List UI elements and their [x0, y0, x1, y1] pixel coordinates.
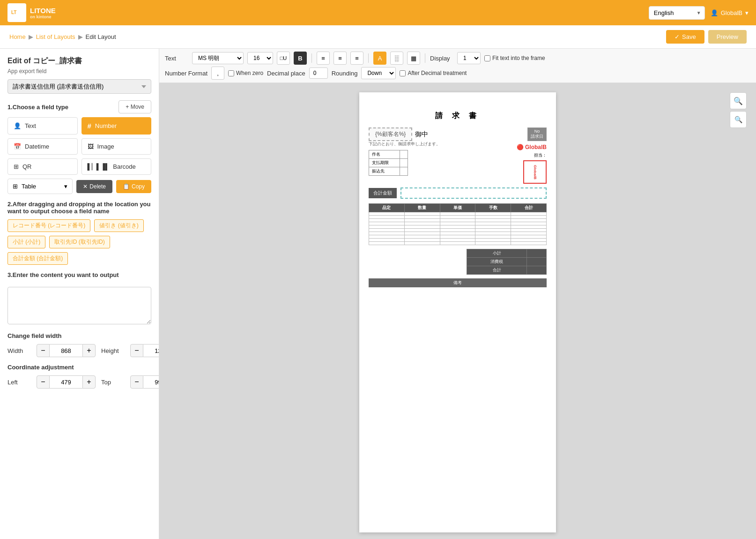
left-input[interactable]	[50, 375, 82, 389]
top-input-group: − +	[130, 375, 159, 389]
field-type-image[interactable]: 🖼 Image	[82, 138, 152, 155]
table-row	[369, 232, 547, 235]
logo-text: LITONE	[30, 7, 56, 15]
zoom-out-button[interactable]: 🔍	[730, 111, 747, 128]
section2-title: 2.After dragging and dropping at the loc…	[7, 201, 151, 215]
align-right-btn[interactable]: ≡	[350, 52, 363, 65]
table-field-item[interactable]: ⊞ Table ▾	[7, 179, 73, 194]
zoom-in-button[interactable]: 🔍	[730, 92, 747, 109]
subtotal-row-subtotal: 小計	[467, 249, 527, 258]
check-icon: ✓	[674, 33, 680, 40]
edit-subtitle: App export field	[7, 68, 151, 75]
align-center-btn[interactable]: ≡	[334, 52, 347, 65]
table-row	[369, 229, 547, 232]
col-qty: 数量	[404, 204, 440, 212]
display-select[interactable]: 1 2 3	[457, 52, 481, 64]
height-input[interactable]	[143, 344, 159, 357]
left-increase-button[interactable]: +	[82, 375, 96, 389]
preview-button[interactable]: Preview	[708, 30, 747, 44]
datetime-label: Datetime	[25, 143, 49, 150]
user-menu[interactable]: 👤 GlobalB ▾	[711, 9, 749, 16]
bg-btn[interactable]: ░	[390, 52, 403, 65]
barcode-icon: ▌▏▌▐▌	[88, 163, 110, 170]
copy-icon: 📋	[123, 183, 130, 190]
field-tag-total[interactable]: 合計金額 (合計金額)	[7, 252, 68, 265]
main-container: Edit of コピー_請求書 App export field 請求書送信信用…	[0, 49, 756, 539]
number-icon: #	[88, 122, 91, 130]
field-type-text[interactable]: 👤 Text	[7, 117, 78, 135]
image-icon: 🖼	[88, 143, 94, 150]
qr-icon: ⊞	[14, 163, 19, 170]
left-label: Left	[7, 379, 31, 386]
info-value-name	[400, 150, 408, 159]
color-btn[interactable]: A	[373, 52, 386, 65]
table-label: Table	[22, 183, 64, 190]
table-row	[369, 235, 547, 239]
when-zero-checkbox[interactable]	[228, 70, 234, 76]
col-item: 品定	[369, 204, 405, 212]
total-row: 合計金額	[369, 187, 547, 199]
rounding-select[interactable]: Down Up Round	[361, 67, 396, 79]
outline-btn[interactable]: □U	[277, 52, 290, 65]
comma-btn[interactable]: ,	[211, 67, 224, 80]
field-type-barcode[interactable]: ▌▏▌▐▌ Barcode	[82, 158, 152, 175]
top-input[interactable]	[143, 375, 159, 389]
no-section: No請求日	[527, 127, 547, 141]
table-dropdown-icon: ▾	[64, 183, 67, 190]
recipient-placeholder: {%顧客名%}	[369, 127, 412, 141]
move-button[interactable]: + Move	[119, 100, 151, 113]
field-type-datetime[interactable]: 📅 Datetime	[7, 138, 78, 155]
change-width-title: Change field width	[7, 332, 151, 339]
breadcrumb-list[interactable]: List of Layouts	[36, 33, 75, 40]
field-tag-record[interactable]: レコード番号 (レコード番号)	[7, 219, 90, 232]
left-decrease-button[interactable]: −	[37, 375, 50, 389]
field-tag-subtotal[interactable]: 小計 (小計)	[7, 236, 45, 248]
globalb-logo: 🔴 GlobalB	[517, 144, 547, 150]
rounding-label: Rounding	[332, 70, 358, 77]
info-table: 作名 支払期限 振込先	[369, 150, 408, 176]
field-type-qr[interactable]: ⊞ QR	[7, 158, 78, 175]
canvas-top-spacer	[369, 102, 547, 111]
width-label: Width	[7, 347, 31, 354]
table-row	[369, 242, 547, 245]
fit-text-checkbox[interactable]	[484, 55, 490, 61]
top-decrease-button[interactable]: −	[130, 375, 143, 389]
font-size-select[interactable]: 16 12 14 18	[247, 52, 273, 64]
width-decrease-button[interactable]: −	[37, 344, 50, 357]
font-select[interactable]: MS 明朝 Arial	[192, 52, 244, 64]
field-type-number[interactable]: # Number	[82, 117, 152, 135]
language-selector[interactable]: English 日本語	[649, 6, 705, 20]
field-tag-client-id[interactable]: 取引先ID (取引先ID)	[49, 236, 110, 248]
save-button[interactable]: ✓ Save	[666, 30, 704, 44]
align-left-btn[interactable]: ≡	[317, 52, 330, 65]
content-textarea[interactable]	[7, 287, 151, 324]
bold-btn[interactable]: B	[294, 52, 307, 65]
width-increase-button[interactable]: +	[82, 344, 96, 357]
delete-button[interactable]: ✕ Delete	[76, 180, 112, 193]
subtotal-value-subtotal	[527, 249, 547, 258]
decimal-input[interactable]	[309, 67, 328, 79]
breadcrumb-current: Edit Layout	[86, 33, 116, 40]
copy-button[interactable]: 📋 Copy	[116, 180, 151, 193]
breadcrumb-home[interactable]: Home	[9, 33, 26, 40]
app-export-select[interactable]: 請求書送信信用 (請求書送信信用)	[7, 79, 151, 94]
height-decrease-button[interactable]: −	[130, 344, 143, 357]
border-btn[interactable]: ▦	[407, 52, 420, 65]
field-tags: レコード番号 (レコード番号) 値引き (値引き) 小計 (小計) 取引先ID …	[7, 219, 151, 265]
breadcrumb-left: Home ▶ List of Layouts ▶ Edit Layout	[9, 33, 116, 40]
width-input[interactable]	[50, 344, 82, 357]
no-box: No請求日	[527, 127, 547, 141]
canvas-area: 🔍 🔍 請 求 書 {%顧客名%} 御中 下記のと	[159, 83, 756, 539]
table-row	[369, 212, 547, 216]
footer-bar: 備考	[369, 278, 547, 287]
height-input-group: − +	[130, 344, 159, 357]
invoice-left: {%顧客名%} 御中 下記のとおり、御請求申し上げます。 作名 支払期限 振込先	[369, 127, 440, 180]
image-label: Image	[97, 143, 114, 150]
preview-label: Preview	[717, 33, 738, 40]
items-table: 品定 数量 単価 手数 合計	[369, 203, 547, 245]
onchu-text: 御中	[415, 130, 428, 139]
field-tag-hikibiki[interactable]: 値引き (値引き)	[94, 219, 143, 232]
after-decimal-checkbox[interactable]	[400, 70, 406, 76]
user-icon: 👤	[711, 9, 718, 16]
table-icon: ⊞	[13, 183, 18, 190]
